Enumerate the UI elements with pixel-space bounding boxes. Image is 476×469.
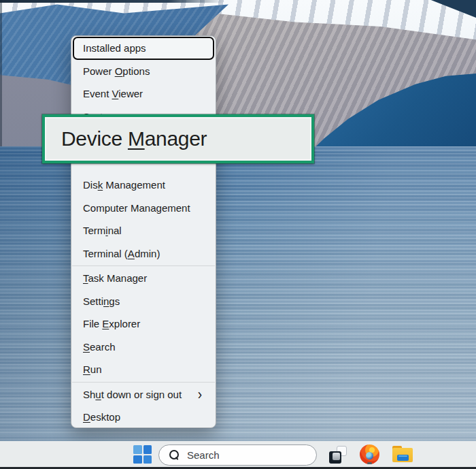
menu-item-file-explorer[interactable]: File Explorer	[71, 312, 216, 336]
menu-item-terminal-admin[interactable]: Terminal (Admin)	[71, 242, 216, 265]
menu-item-task-manager[interactable]: Task Manager	[71, 267, 216, 290]
menu-item-settings[interactable]: Settings	[71, 290, 216, 313]
start-button[interactable]	[133, 445, 152, 464]
menu-item-label: Terminal	[83, 225, 122, 236]
desktop-screen: Installed appsPower OptionsEvent ViewerS…	[0, 0, 476, 469]
taskbar-search[interactable]: Search	[158, 444, 317, 466]
search-icon	[169, 450, 180, 460]
menu-item-disk-management[interactable]: Disk Management	[71, 174, 216, 197]
menu-item-label: Power Options	[83, 65, 150, 77]
menu-item-terminal[interactable]: Terminal	[71, 219, 216, 242]
menu-item-label: File Explorer	[83, 318, 140, 329]
menu-item-installed-apps[interactable]: Installed apps	[73, 37, 214, 60]
menu-item-label: Terminal (Admin)	[83, 248, 160, 259]
menu-item-label: Event Viewer	[83, 88, 143, 99]
search-label: Search	[187, 449, 220, 461]
menu-item-label: Desktop	[83, 411, 120, 423]
task-view-button[interactable]	[329, 446, 347, 464]
menu-item-search[interactable]: Search	[71, 336, 216, 359]
menu-item-label: Task Manager	[83, 272, 147, 284]
menu-item-label: Search	[83, 341, 116, 353]
wallpaper-top-shade	[0, 0, 224, 3]
windows-logo-icon	[133, 445, 142, 454]
menu-item-label: Installed apps	[83, 42, 146, 54]
menu-item-event-viewer[interactable]: Event Viewer	[71, 82, 216, 106]
menu-item-label: Run	[83, 363, 102, 375]
wallpaper-left-shade	[0, 0, 2, 146]
menu-item-label: Shut down or sign out	[83, 389, 182, 400]
winx-menu: Installed appsPower OptionsEvent ViewerS…	[71, 35, 216, 428]
menu-separator	[72, 265, 215, 266]
file-explorer-button[interactable]	[392, 446, 413, 462]
device-manager-callout-label: Device Manager	[61, 127, 207, 150]
firefox-running-indicator	[367, 462, 372, 464]
menu-item-label: Settings	[83, 295, 120, 307]
menu-item-computer-management[interactable]: Computer Management	[71, 197, 216, 220]
submenu-arrow-icon: ›	[198, 387, 202, 402]
firefox-button[interactable]	[360, 444, 379, 464]
menu-item-label: Computer Management	[83, 202, 190, 214]
taskbar: Search	[0, 441, 476, 467]
menu-item-desktop[interactable]: Desktop	[71, 406, 216, 428]
menu-item-power-options[interactable]: Power Options	[71, 60, 216, 83]
menu-separator	[72, 382, 215, 383]
menu-item-shut-down-or-sign-out[interactable]: Shut down or sign out›	[71, 383, 216, 406]
menu-item-label: Disk Management	[83, 179, 165, 191]
menu-item-run[interactable]: Run	[71, 358, 216, 381]
device-manager-callout[interactable]: Device Manager	[42, 114, 314, 163]
